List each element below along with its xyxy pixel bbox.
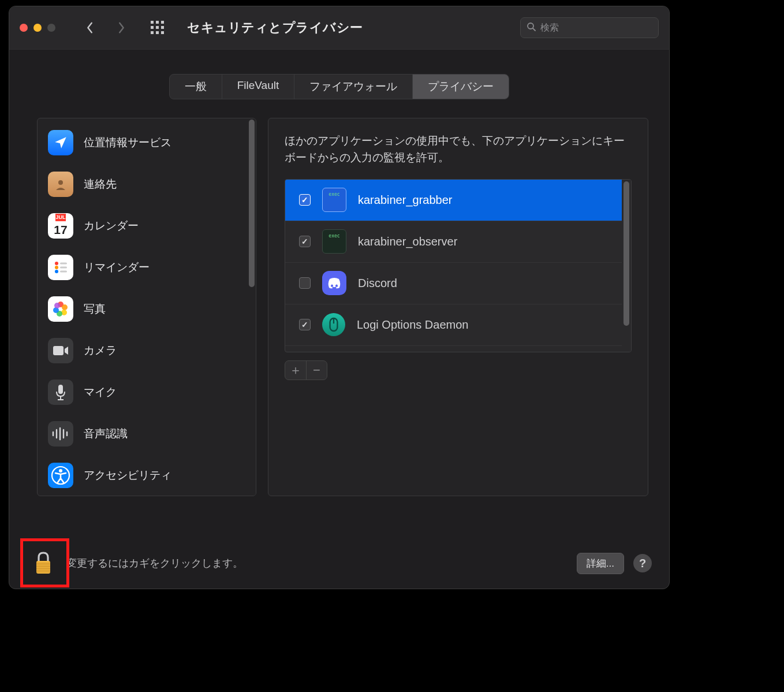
privacy-category-scroll[interactable]: 位置情報サービス 連絡先 JUL 17 カレンダー — [38, 118, 248, 496]
reminders-icon — [48, 255, 73, 280]
tabbar: 一般 FileVault ファイアウォール プライバシー — [169, 74, 510, 99]
svg-rect-2 — [161, 21, 164, 24]
app-name-label: karabiner_grabber — [358, 194, 452, 207]
sidebar-scrollbar[interactable] — [248, 118, 256, 496]
app-checkbox[interactable] — [299, 277, 311, 289]
svg-point-11 — [58, 180, 63, 185]
lock-icon — [32, 550, 55, 576]
svg-point-16 — [55, 270, 58, 273]
app-name-label: Logi Options Daemon — [357, 318, 468, 332]
app-row-karabiner-observer[interactable]: exec karabiner_observer — [285, 221, 622, 263]
search-field[interactable] — [520, 17, 659, 38]
show-all-button[interactable] — [149, 19, 166, 36]
add-remove-group: ＋ − — [285, 360, 327, 380]
app-permission-panel: ほかのアプリケーションの使用中でも、下のアプリケーションにキーボードからの入力の… — [268, 118, 648, 496]
zoom-window-button[interactable] — [47, 24, 55, 32]
sidebar-item-photos[interactable]: 写真 — [38, 288, 248, 330]
help-button[interactable]: ? — [633, 554, 652, 572]
mouse-icon — [322, 313, 345, 336]
app-name-label: Discord — [358, 277, 397, 290]
app-list: exec karabiner_grabber exec karabiner_ob… — [285, 179, 632, 352]
svg-rect-3 — [151, 26, 154, 29]
location-icon — [48, 130, 73, 155]
svg-rect-17 — [60, 271, 67, 273]
svg-line-10 — [533, 28, 535, 31]
sidebar-item-label: アクセシビリティ — [84, 468, 171, 483]
tab-firewall[interactable]: ファイアウォール — [294, 75, 413, 99]
tab-general[interactable]: 一般 — [170, 75, 222, 99]
privacy-category-list: 位置情報サービス 連絡先 JUL 17 カレンダー — [37, 118, 256, 496]
sidebar-item-label: カレンダー — [84, 218, 139, 233]
tab-privacy[interactable]: プライバシー — [413, 75, 509, 99]
calendar-day-label: 17 — [54, 221, 67, 239]
svg-rect-24 — [53, 346, 64, 355]
sidebar-item-label: 音声認識 — [84, 426, 128, 441]
svg-rect-5 — [161, 26, 164, 29]
lock-button[interactable] — [27, 547, 59, 579]
sidebar-item-mic[interactable]: マイク — [38, 371, 248, 413]
tab-filevault[interactable]: FileVault — [222, 75, 295, 99]
calendar-icon: JUL 17 — [48, 213, 73, 239]
app-row-discord[interactable]: Discord — [285, 263, 622, 304]
close-window-button[interactable] — [20, 24, 28, 32]
accessibility-icon — [48, 463, 73, 488]
sidebar-item-speech[interactable]: 音声認識 — [38, 413, 248, 455]
lock-text: 変更するにはカギをクリックします。 — [66, 556, 243, 570]
footer: 変更するにはカギをクリックします。 詳細... ? — [24, 547, 652, 579]
search-wrap — [520, 17, 659, 38]
add-app-button[interactable]: ＋ — [285, 361, 306, 380]
details-button[interactable]: 詳細... — [577, 553, 624, 574]
photos-icon — [48, 296, 73, 322]
svg-point-23 — [54, 303, 60, 308]
back-button[interactable] — [82, 20, 98, 36]
svg-rect-15 — [60, 267, 67, 269]
app-checkbox[interactable] — [299, 236, 311, 247]
app-row-karabiner-grabber[interactable]: exec karabiner_grabber — [285, 180, 622, 221]
app-list-scrollbar[interactable] — [622, 180, 631, 352]
traffic-lights — [20, 24, 55, 32]
list-controls: ＋ − — [285, 360, 632, 380]
app-list-scroll-thumb[interactable] — [624, 181, 629, 326]
svg-point-19 — [62, 304, 68, 310]
svg-rect-8 — [161, 31, 164, 34]
sidebar-item-reminders[interactable]: リマインダー — [38, 247, 248, 288]
sidebar-item-contacts[interactable]: 連絡先 — [38, 163, 248, 205]
nav-arrows — [82, 20, 129, 36]
search-input[interactable] — [540, 23, 652, 33]
svg-point-14 — [55, 266, 58, 269]
svg-rect-0 — [151, 21, 154, 24]
discord-icon — [322, 271, 346, 295]
minimize-window-button[interactable] — [33, 24, 42, 32]
svg-point-34 — [59, 469, 62, 473]
svg-rect-13 — [60, 263, 67, 265]
search-icon — [527, 22, 536, 34]
sidebar-item-label: 写真 — [84, 302, 106, 317]
footer-right: 詳細... ? — [577, 553, 652, 574]
remove-app-button[interactable]: − — [306, 361, 327, 380]
app-row-logi-options[interactable]: Logi Options Daemon — [285, 304, 622, 346]
app-list-scroll[interactable]: exec karabiner_grabber exec karabiner_ob… — [285, 180, 622, 352]
sidebar-item-camera[interactable]: カメラ — [38, 330, 248, 371]
sidebar-item-calendar[interactable]: JUL 17 カレンダー — [38, 205, 248, 247]
sidebar-item-accessibility[interactable]: アクセシビリティ — [38, 455, 248, 496]
toolbar: セキュリティとプライバシー — [9, 6, 669, 50]
terminal-exec-icon: exec — [322, 229, 346, 254]
svg-rect-7 — [156, 31, 159, 34]
sidebar-item-label: マイク — [84, 385, 117, 400]
forward-button[interactable] — [113, 20, 129, 36]
app-checkbox[interactable] — [299, 194, 311, 206]
sidebar-item-location[interactable]: 位置情報サービス — [38, 118, 248, 163]
sidebar-scroll-thumb[interactable] — [249, 120, 255, 287]
speech-icon — [48, 421, 73, 447]
app-checkbox[interactable] — [299, 319, 311, 330]
panel-description: ほかのアプリケーションの使用中でも、下のアプリケーションにキーボードからの入力の… — [285, 132, 632, 166]
svg-point-12 — [55, 262, 58, 265]
content-area: 位置情報サービス 連絡先 JUL 17 カレンダー — [9, 99, 669, 589]
svg-rect-4 — [156, 26, 159, 29]
sidebar-item-label: リマインダー — [84, 260, 150, 275]
app-name-label: karabiner_observer — [358, 235, 457, 248]
svg-rect-1 — [156, 21, 159, 24]
svg-rect-6 — [151, 31, 154, 34]
sidebar-item-label: カメラ — [84, 343, 117, 358]
terminal-exec-icon: exec — [322, 188, 346, 212]
